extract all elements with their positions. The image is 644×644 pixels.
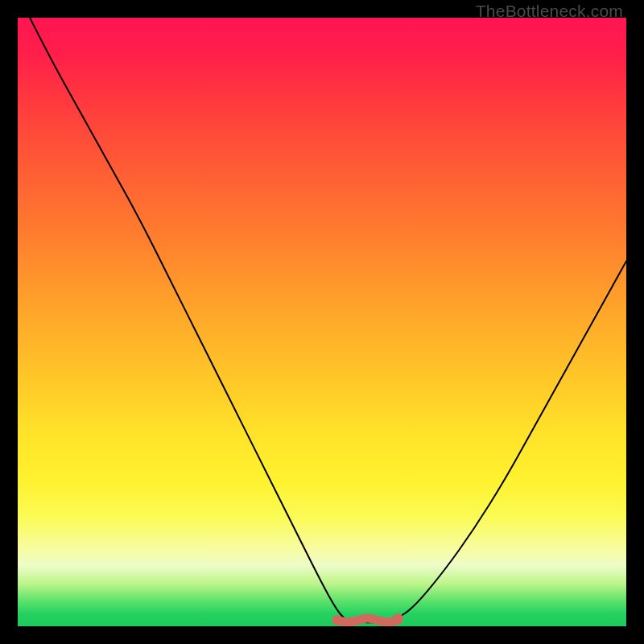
plot-area <box>18 18 626 626</box>
watermark-text: TheBottleneck.com <box>476 2 623 21</box>
trough-end-dot-1 <box>393 613 403 624</box>
chart-frame: TheBottleneck.com <box>0 0 644 644</box>
bottleneck-curve <box>18 18 626 626</box>
trough-marker <box>332 613 403 625</box>
curve-path <box>30 18 626 622</box>
trough-end-dot-0 <box>332 615 342 625</box>
trough-band-path <box>337 618 398 622</box>
